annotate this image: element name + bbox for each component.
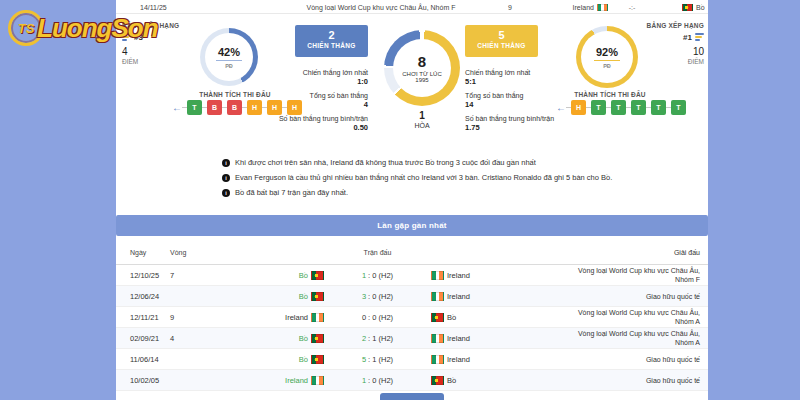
- left-arrow-icon: ←: [556, 100, 566, 115]
- away-team-flag-icon: [431, 334, 444, 343]
- logo-badge: TS: [18, 21, 35, 36]
- standings-icon: [695, 32, 704, 42]
- score-home-goals: 1: [362, 376, 366, 385]
- left-arrow-icon: ←: [172, 100, 182, 115]
- col-match: Trận đấu: [324, 249, 431, 256]
- home-team-name: Bồ: [299, 271, 308, 280]
- gauge-underline: [216, 60, 242, 61]
- fixture-round: 9: [508, 0, 512, 14]
- home-form-row: ← T B B H H H: [172, 100, 302, 115]
- away-rank-number: #1: [683, 33, 692, 42]
- table-row[interactable]: 12/10/25 7 Bồ 1: 0 (H2) Ireland Vòng loạ…: [116, 265, 708, 286]
- form-result-box: H: [267, 100, 282, 115]
- score-rest: : 1 (H2): [368, 334, 393, 343]
- home-form-percent: 42%: [218, 46, 240, 58]
- note-item: i Evan Ferguson là cầu thủ ghi nhiều bàn…: [222, 173, 708, 183]
- home-team-flag-icon: [311, 376, 324, 385]
- away-wins-label: CHIẾN THẮNG: [465, 42, 538, 50]
- note-text: Khi được chơi trên sân nhà, Ireland đã k…: [235, 158, 536, 168]
- score-home-goals: 2: [362, 334, 366, 343]
- score-home-goals: 0: [362, 313, 366, 322]
- stat-label: Chiến thắng lớn nhất: [465, 68, 565, 77]
- tournament-name: Giao hữu quốc tế: [561, 292, 708, 301]
- stat-item: Chiến thắng lớn nhất 1:0: [268, 68, 368, 87]
- home-wins-count: 2: [295, 29, 368, 42]
- form-result-box: H: [287, 100, 302, 115]
- table-rows: 12/10/25 7 Bồ 1: 0 (H2) Ireland Vòng loạ…: [116, 265, 708, 391]
- away-team-name: Bồ: [447, 376, 456, 385]
- portugal-flag-icon: [682, 4, 693, 11]
- match-score: 0: 0 (H2): [324, 313, 431, 322]
- match-score: 3: 0 (H2): [324, 292, 431, 301]
- away-points: 10: [612, 46, 704, 57]
- score-home-goals: 1: [362, 271, 366, 280]
- info-icon: i: [222, 189, 230, 197]
- home-team-cell: Ireland: [220, 313, 324, 322]
- away-wins-count: 5: [465, 29, 538, 42]
- home-points: 4: [122, 46, 208, 57]
- table-row[interactable]: 11/06/14 Bồ 5: 1 (H2) Ireland Giao hữu q…: [116, 349, 708, 370]
- away-team-cell: Bồ: [431, 313, 561, 322]
- away-team-name: Ireland: [447, 355, 470, 364]
- tournament-name: Vòng loại World Cup khu vực Châu Âu, Nhó…: [561, 329, 708, 347]
- match-score: 2: 1 (H2): [324, 334, 431, 343]
- match-round: 9: [170, 313, 220, 322]
- home-team-cell: Ireland: [220, 376, 324, 385]
- draws-label: HÒA: [384, 122, 460, 129]
- home-team-cell: Bồ: [220, 292, 324, 301]
- table-row[interactable]: 02/09/21 4 Bồ 2: 1 (H2) Ireland Vòng loạ…: [116, 328, 708, 349]
- home-form-squares: T B B H H H: [182, 100, 302, 115]
- stat-label: Số bàn thắng trung bình/trận: [268, 114, 368, 123]
- away-team-cell: Ireland: [431, 271, 561, 280]
- stat-item: Chiến thắng lớn nhất 5:1: [465, 68, 565, 87]
- table-row[interactable]: 12/06/24 Bồ 3: 0 (H2) Ireland Giao hữu q…: [116, 286, 708, 307]
- away-gauge-label: PĐ: [603, 63, 611, 69]
- match-score: 1: 0 (H2): [324, 376, 431, 385]
- match-date: 02/09/21: [116, 334, 170, 343]
- away-form-squares: H T T T T T: [566, 100, 686, 115]
- col-tournament: Giải đấu: [561, 248, 708, 257]
- draws-count: 1: [384, 110, 460, 121]
- table-header: Ngày Vòng Trận đấu Giải đấu: [116, 240, 708, 265]
- home-wins-box: 2 CHIẾN THẮNG: [295, 25, 368, 57]
- h2h-stats-section: BẢNG XẾP HẠNG #3 4 ĐIỂM 42% PĐ 2 CHIẾN T…: [116, 14, 708, 160]
- home-team-cell: Bồ: [220, 334, 324, 343]
- form-result-box: T: [611, 100, 626, 115]
- match-date: 11/06/14: [116, 355, 170, 364]
- away-team-name: Ireland: [447, 292, 470, 301]
- table-row[interactable]: 10/02/05 Ireland 1: 0 (H2) Bồ Giao hữu q…: [116, 370, 708, 391]
- match-date: 12/11/21: [116, 313, 170, 322]
- form-result-box: H: [571, 100, 586, 115]
- away-team-name: Ireland: [447, 334, 470, 343]
- stat-item: Số bàn thắng trung bình/trận 0.50: [268, 114, 368, 133]
- stat-label: Chiến thắng lớn nhất: [268, 68, 368, 77]
- info-icon: i: [222, 174, 230, 182]
- match-date: 10/02/05: [116, 376, 170, 385]
- stat-value: 1:0: [268, 77, 368, 87]
- home-team-name: Ireland: [285, 376, 308, 385]
- table-row[interactable]: 12/11/21 9 Ireland 0: 0 (H2) Bồ Vòng loạ…: [116, 307, 708, 328]
- away-team-name: Ireland: [447, 271, 470, 280]
- home-team-cell: Bồ: [220, 271, 324, 280]
- home-team-name: Bồ: [299, 292, 308, 301]
- away-team-cell: Ireland: [431, 292, 561, 301]
- home-team-flag-icon: [311, 334, 324, 343]
- insight-notes: i Khi được chơi trên sân nhà, Ireland đã…: [116, 158, 708, 203]
- form-result-box: T: [187, 100, 202, 115]
- form-result-box: T: [631, 100, 646, 115]
- away-stats-list: Chiến thắng lớn nhất 5:1 Tổng số bàn thắ…: [465, 68, 565, 137]
- fixture-home-name: Ireland: [573, 4, 594, 11]
- upcoming-fixture-bar[interactable]: 14/11/25 Vòng loại World Cup khu vực Châ…: [116, 0, 708, 14]
- away-wins-box: 5 CHIẾN THẮNG: [465, 25, 538, 57]
- content-card: 14/11/25 Vòng loại World Cup khu vực Châ…: [116, 0, 708, 400]
- fixture-away: Bồ: [682, 0, 705, 14]
- home-form-gauge-inner: 42% PĐ: [205, 33, 253, 81]
- away-team-flag-icon: [431, 271, 444, 280]
- show-more-button[interactable]: [380, 393, 444, 400]
- away-team-name: Bồ: [447, 313, 456, 322]
- luongson-logo: TS LuongSon: [8, 10, 158, 46]
- home-form-gauge: 42% PĐ: [200, 28, 258, 86]
- note-item: i Khi được chơi trên sân nhà, Ireland đã…: [222, 158, 708, 168]
- note-item: i Bồ đã bất bại 7 trận gần đây nhất.: [222, 188, 708, 198]
- home-team-name: Ireland: [285, 313, 308, 322]
